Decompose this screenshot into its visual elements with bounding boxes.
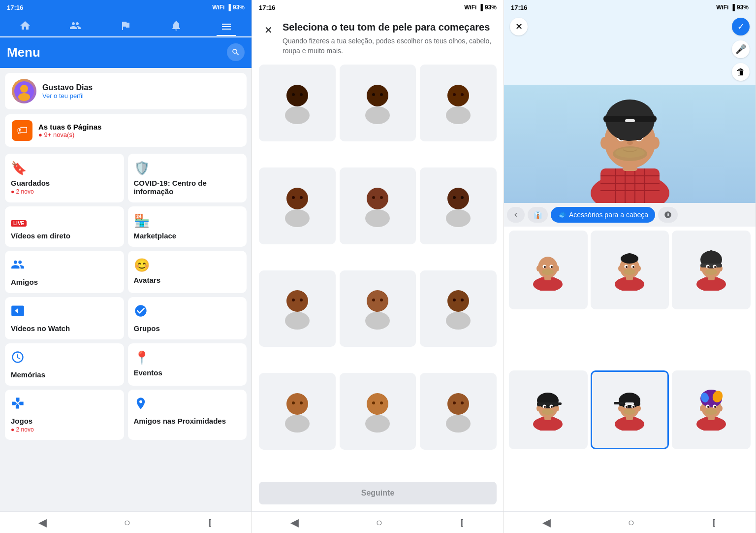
menu-content: Gustavo Dias Ver o teu perfil 🏷 As tuas … — [0, 68, 252, 511]
menu-card-marketplace[interactable]: 🏪 Marketplace — [128, 206, 247, 247]
acc-cell-1[interactable] — [509, 231, 588, 309]
profile-row[interactable]: Gustavo Dias Ver o teu perfil — [5, 73, 247, 109]
acc-cell-5[interactable] — [591, 370, 669, 449]
menu-card-eventos[interactable]: 📍 Eventos — [128, 343, 247, 386]
close-icon: ✕ — [515, 21, 523, 32]
svg-point-21 — [372, 196, 375, 199]
skin-cell-4[interactable] — [259, 167, 336, 244]
status-bar-3: 17:16 WiFi ▐ 93% — [504, 0, 756, 14]
recents-btn-2[interactable]: ⫿ — [460, 516, 465, 529]
svg-point-98 — [626, 266, 628, 268]
svg-point-82 — [555, 266, 559, 271]
svg-point-20 — [365, 209, 390, 227]
svg-point-43 — [367, 393, 388, 415]
recents-btn-3[interactable]: ⫿ — [712, 516, 717, 529]
svg-point-8 — [365, 106, 390, 124]
svg-point-126 — [544, 406, 546, 408]
signal-icon-2: ▐ — [478, 4, 483, 11]
home-btn-1[interactable]: ○ — [124, 516, 130, 529]
menu-card-memorias[interactable]: Memórias — [5, 343, 124, 386]
search-button[interactable] — [227, 43, 245, 61]
cat-prev[interactable] — [507, 207, 525, 223]
menu-card-amigos[interactable]: Amigos — [5, 251, 124, 293]
svg-point-34 — [380, 299, 383, 301]
svg-point-38 — [461, 299, 464, 301]
skin-cell-10[interactable] — [259, 373, 336, 450]
back-btn-3[interactable]: ◀ — [542, 516, 551, 529]
svg-point-148 — [700, 405, 704, 411]
acc-cell-3[interactable] — [672, 231, 751, 309]
cat-color[interactable] — [658, 207, 678, 223]
menu-card-grupos[interactable]: Grupos — [128, 297, 247, 339]
covid-icon: 🛡️ — [134, 161, 241, 176]
skin-cell-8[interactable] — [340, 270, 416, 347]
category-bar: 👔 🧢 Acessórios para a cabeça — [504, 203, 756, 227]
skin-cell-6[interactable] — [420, 167, 497, 244]
svg-point-50 — [461, 401, 464, 404]
svg-point-23 — [447, 188, 469, 209]
time-2: 17:16 — [259, 4, 275, 11]
skin-cell-1[interactable] — [259, 65, 336, 141]
skin-cell-11[interactable] — [340, 373, 416, 450]
svg-point-114 — [705, 269, 717, 275]
confirm-button[interactable]: ✓ — [732, 18, 750, 35]
svg-point-22 — [380, 196, 383, 199]
nav-home[interactable] — [15, 17, 35, 34]
skin-cell-9[interactable] — [420, 270, 497, 347]
home-btn-2[interactable]: ○ — [376, 516, 382, 529]
menu-card-amigos-prox[interactable]: Amigos nas Proximidades — [128, 390, 247, 440]
nav-friends[interactable] — [65, 17, 85, 34]
skin-cell-12[interactable] — [420, 373, 497, 450]
seguinte-button: Seguinte — [259, 482, 497, 504]
recents-btn-1[interactable]: ⫿ — [208, 516, 213, 529]
marketplace-icon: 🏪 — [134, 213, 241, 229]
avatar-preview — [504, 85, 756, 203]
close-button[interactable]: ✕ — [260, 22, 277, 38]
grupos-label: Grupos — [134, 324, 241, 333]
cat-hanger[interactable]: 👔 — [528, 207, 548, 223]
skin-cell-5[interactable] — [340, 167, 416, 244]
close-avatar-button[interactable]: ✕ — [510, 18, 528, 35]
jogos-label: Jogos — [11, 417, 118, 425]
trash-button[interactable]: 🗑 — [732, 63, 750, 81]
pages-row[interactable]: 🏷 As tuas 6 Páginas ● 9+ nova(s) — [5, 114, 247, 147]
menu-card-avatars[interactable]: 😊 Avatars — [128, 251, 247, 293]
menu-card-videos-direto[interactable]: LIVE Vídeos em direto — [5, 206, 124, 247]
skin-cell-7[interactable] — [259, 270, 336, 347]
svg-point-5 — [292, 93, 295, 96]
menu-card-guardados[interactable]: 🔖 Guardados ● 2 novo — [5, 154, 124, 202]
svg-point-19 — [367, 188, 388, 209]
acc-cell-6[interactable] — [672, 370, 751, 449]
skin-cell-3[interactable] — [420, 65, 497, 141]
acc-cell-4[interactable] — [509, 370, 588, 449]
head-acc-label: Acessórios para a cabeça — [569, 211, 648, 219]
cat-head-accessories[interactable]: 🧢 Acessórios para a cabeça — [551, 207, 655, 223]
bottom-nav-3: ◀ ○ ⫿ — [504, 511, 756, 533]
live-badge: LIVE — [11, 220, 27, 227]
svg-point-3 — [286, 85, 308, 106]
home-btn-3[interactable]: ○ — [628, 516, 634, 529]
menu-card-videos-watch[interactable]: Vídeos no Watch — [5, 297, 124, 339]
nav-menu[interactable] — [217, 18, 236, 36]
menu-card-jogos[interactable]: Jogos ● 2 novo — [5, 390, 124, 440]
hanger-icon: 👔 — [534, 211, 542, 219]
covid-label: COVID-19: Centro de informação — [134, 179, 241, 196]
mic-button[interactable]: 🎤 — [732, 40, 750, 58]
nav-bell[interactable] — [166, 17, 186, 34]
skin-cell-2[interactable] — [340, 65, 416, 141]
svg-point-134 — [637, 405, 641, 411]
back-btn-1[interactable]: ◀ — [38, 516, 47, 529]
acc-cell-2[interactable] — [591, 231, 669, 309]
bottom-nav-2: ◀ ○ ⫿ — [252, 511, 504, 533]
svg-point-100 — [624, 269, 635, 275]
nav-flag[interactable] — [116, 17, 135, 34]
videos-direto-label: Vídeos em direto — [11, 232, 118, 240]
avatar-tools-right: ✓ 🎤 🗑 — [732, 18, 750, 81]
back-btn-2[interactable]: ◀ — [290, 516, 299, 529]
menu-card-covid[interactable]: 🛡️ COVID-19: Centro de informação — [128, 154, 247, 202]
skin-desc: Quando fizeres a tua seleção, podes esco… — [283, 36, 496, 56]
svg-point-44 — [365, 415, 390, 433]
panel-skin: 17:16 WiFi ▐ 93% ✕ Seleciona o teu tom d… — [252, 0, 504, 533]
marketplace-label: Marketplace — [134, 232, 241, 240]
battery-2: 93% — [485, 4, 497, 11]
